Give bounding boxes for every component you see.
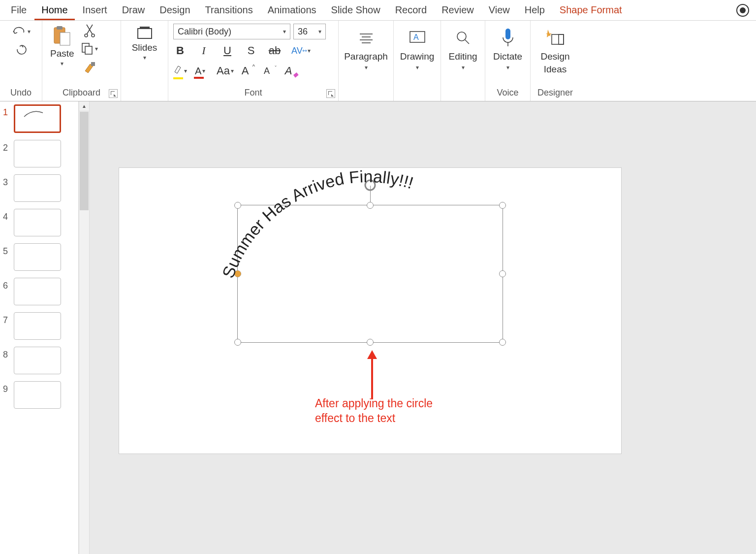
slide-thumb-9[interactable] bbox=[14, 381, 61, 409]
drawing-button[interactable]: A Drawing ▾ bbox=[393, 24, 441, 74]
cut-button[interactable] bbox=[84, 24, 95, 37]
chevron-down-icon: ▾ bbox=[506, 64, 509, 71]
tab-design[interactable]: Design bbox=[153, 0, 197, 20]
tab-home[interactable]: Home bbox=[34, 0, 74, 20]
chevron-down-icon: ▾ bbox=[28, 28, 31, 35]
dictate-button[interactable]: Dictate ▾ bbox=[486, 24, 529, 74]
tab-record[interactable]: Record bbox=[388, 0, 434, 20]
paragraph-icon bbox=[358, 27, 375, 49]
thumb-num: 9 bbox=[3, 381, 11, 394]
font-color-button[interactable]: A ▾ bbox=[195, 65, 209, 77]
tab-transitions[interactable]: Transitions bbox=[198, 0, 260, 20]
curved-text: Summer Has Arrived Finally!!! bbox=[228, 196, 513, 353]
format-painter-button[interactable] bbox=[83, 60, 96, 74]
thumb-num: 6 bbox=[3, 278, 11, 291]
annotation-text: After applying the circle effect to the … bbox=[315, 396, 433, 426]
clipboard-icon bbox=[52, 26, 72, 47]
editing-button[interactable]: Editing ▾ bbox=[441, 24, 484, 74]
slide-thumb-3[interactable] bbox=[14, 174, 61, 202]
group-label-clipboard: Clipboard bbox=[47, 87, 116, 100]
search-icon bbox=[455, 27, 471, 49]
underline-button[interactable]: U bbox=[220, 44, 234, 57]
workspace: 1 2 3 4 5 6 7 8 9 ▲ bbox=[0, 101, 756, 554]
slide[interactable]: Summer Has Arrived Finally!!! After appl… bbox=[119, 168, 621, 454]
group-label-undo: Undo bbox=[5, 87, 37, 100]
resize-handle-s[interactable] bbox=[367, 339, 374, 346]
clear-formatting-button[interactable]: A◆ bbox=[282, 65, 295, 77]
recording-indicator-icon[interactable] bbox=[736, 4, 749, 17]
change-case-button[interactable]: Aa▾ bbox=[217, 65, 230, 77]
char-spacing-button[interactable]: AV▾ bbox=[291, 46, 305, 56]
svg-text:A: A bbox=[413, 33, 419, 41]
tab-review[interactable]: Review bbox=[435, 0, 481, 20]
svg-rect-7 bbox=[91, 62, 95, 66]
thumbnails-scrollbar[interactable]: ▲ bbox=[79, 101, 90, 554]
tab-draw[interactable]: Draw bbox=[115, 0, 152, 20]
svg-rect-6 bbox=[85, 46, 92, 54]
group-label-font: Font bbox=[173, 87, 333, 100]
adjustment-handle[interactable] bbox=[235, 271, 241, 277]
resize-handle-n[interactable] bbox=[367, 202, 374, 209]
slide-thumb-7[interactable] bbox=[14, 312, 61, 340]
increase-font-button[interactable]: A^ bbox=[238, 65, 252, 77]
design-ideas-icon bbox=[545, 27, 566, 49]
chevron-down-icon: ▾ bbox=[416, 64, 419, 71]
resize-handle-nw[interactable] bbox=[234, 202, 241, 209]
tab-file[interactable]: File bbox=[4, 0, 33, 20]
slide-thumb-2[interactable] bbox=[14, 140, 61, 167]
paste-button[interactable]: Paste ▾ bbox=[47, 24, 77, 69]
scroll-up-icon[interactable]: ▲ bbox=[79, 101, 89, 111]
resize-handle-se[interactable] bbox=[499, 339, 506, 346]
chevron-down-icon: ▾ bbox=[95, 45, 98, 52]
strikethrough-button[interactable]: ab bbox=[268, 44, 282, 57]
slide-thumb-1[interactable] bbox=[14, 104, 61, 133]
tab-view[interactable]: View bbox=[482, 0, 517, 20]
tab-shape-format[interactable]: Shape Format bbox=[553, 0, 629, 20]
annotation-arrow-icon bbox=[367, 350, 377, 399]
design-ideas-button[interactable]: Design Ideas bbox=[534, 24, 576, 78]
chevron-down-icon: ▾ bbox=[365, 64, 368, 71]
resize-handle-sw[interactable] bbox=[234, 339, 241, 346]
scroll-thumb[interactable] bbox=[80, 112, 89, 210]
slide-thumb-4[interactable] bbox=[14, 209, 61, 236]
resize-handle-ne[interactable] bbox=[499, 202, 506, 209]
font-dialog-launcher[interactable] bbox=[326, 89, 335, 98]
chevron-down-icon: ▾ bbox=[462, 64, 465, 71]
tab-insert[interactable]: Insert bbox=[76, 0, 114, 20]
font-name-select[interactable]: Calibri (Body)▾ bbox=[173, 24, 290, 39]
svg-rect-20 bbox=[559, 34, 564, 44]
decrease-font-button[interactable]: Aˇ bbox=[260, 66, 274, 76]
shadow-button[interactable]: S bbox=[244, 44, 258, 57]
thumb-num: 2 bbox=[3, 140, 11, 153]
resize-handle-e[interactable] bbox=[499, 270, 506, 277]
clipboard-dialog-launcher[interactable] bbox=[109, 89, 118, 98]
tab-help[interactable]: Help bbox=[518, 0, 552, 20]
chevron-down-icon: ▾ bbox=[143, 54, 146, 61]
rotate-handle[interactable] bbox=[363, 178, 378, 194]
bold-button[interactable]: B bbox=[173, 44, 187, 57]
group-label-designer: Designer bbox=[536, 87, 575, 100]
slide-thumb-8[interactable] bbox=[14, 347, 61, 374]
undo-button[interactable]: ▾ bbox=[12, 26, 31, 37]
svg-rect-19 bbox=[552, 34, 564, 44]
redo-button[interactable] bbox=[15, 43, 28, 55]
selected-text-shape[interactable]: Summer Has Arrived Finally!!! bbox=[237, 205, 503, 343]
slide-thumbnails: 1 2 3 4 5 6 7 8 9 bbox=[0, 101, 79, 554]
paragraph-button[interactable]: Paragraph ▾ bbox=[337, 24, 395, 74]
svg-point-4 bbox=[92, 34, 94, 37]
svg-point-16 bbox=[457, 32, 466, 41]
tab-slideshow[interactable]: Slide Show bbox=[324, 0, 387, 20]
copy-button[interactable]: ▾ bbox=[81, 42, 98, 55]
highlight-button[interactable]: ▾ bbox=[173, 64, 187, 78]
slide-thumb-5[interactable] bbox=[14, 243, 61, 271]
slide-thumb-6[interactable] bbox=[14, 278, 61, 305]
svg-point-21 bbox=[365, 180, 375, 190]
italic-button[interactable]: I bbox=[197, 44, 211, 57]
slide-canvas-area[interactable]: Summer Has Arrived Finally!!! After appl… bbox=[90, 101, 756, 554]
slides-icon bbox=[136, 26, 154, 41]
slides-button[interactable]: Slides ▾ bbox=[129, 24, 160, 63]
thumb-num: 7 bbox=[3, 312, 11, 326]
svg-rect-9 bbox=[140, 27, 150, 29]
tab-animations[interactable]: Animations bbox=[261, 0, 323, 20]
font-size-select[interactable]: 36▾ bbox=[293, 24, 326, 39]
